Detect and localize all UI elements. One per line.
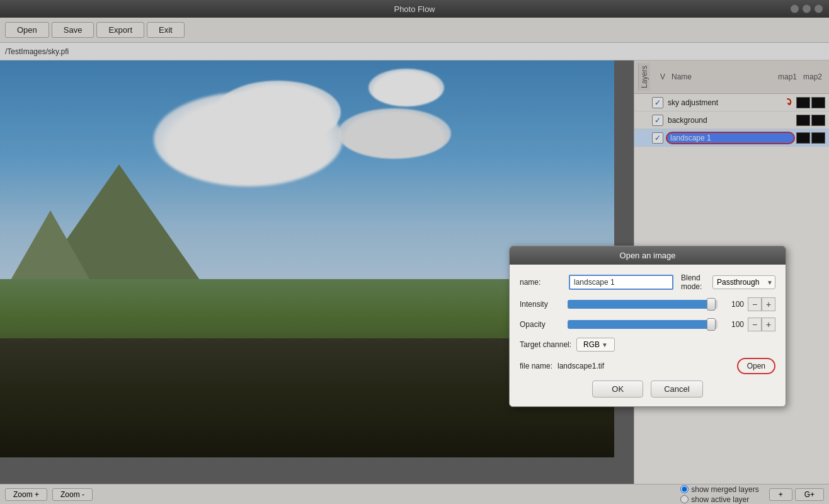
statusbar: Zoom + Zoom - show merged layers show ac… bbox=[0, 484, 829, 504]
intensity-label: Intensity bbox=[520, 300, 564, 309]
intensity-decrease-button[interactable]: − bbox=[748, 297, 762, 311]
cloud-3 bbox=[338, 108, 451, 159]
show-merged-radio[interactable] bbox=[680, 485, 689, 493]
layer-row[interactable]: background bbox=[634, 112, 829, 129]
file-path: /TestImages/sky.pfi bbox=[5, 47, 69, 56]
app-title: Photo Flow bbox=[394, 4, 435, 14]
layer-swatch-bg-map2 bbox=[811, 115, 825, 126]
view-mode-radio-group: show merged layers show active layer bbox=[680, 485, 758, 504]
intensity-row: Intensity 100 − + bbox=[520, 297, 775, 311]
opacity-stepper: − + bbox=[748, 318, 775, 331]
opacity-slider[interactable] bbox=[568, 320, 718, 329]
cloud-2 bbox=[215, 81, 341, 144]
open-image-dialog: Open an image name: Blend mode: Passthro… bbox=[509, 246, 786, 407]
zoom-minus-button[interactable]: Zoom - bbox=[52, 488, 93, 501]
layer-visibility-checkbox-sky[interactable] bbox=[652, 97, 663, 108]
cloud-4 bbox=[369, 69, 444, 106]
intensity-increase-button[interactable]: + bbox=[762, 297, 775, 311]
layer-swatch-sky-map2 bbox=[811, 97, 825, 108]
layer-visibility-checkbox-background[interactable] bbox=[652, 115, 663, 126]
file-open-button[interactable]: Open bbox=[737, 358, 775, 374]
pathbar: /TestImages/sky.pfi bbox=[0, 43, 829, 60]
col-header-map2: map2 bbox=[800, 72, 825, 81]
layer-row[interactable]: landscape 1 bbox=[634, 129, 829, 147]
dialog-name-row: name: Blend mode: Passthrough Normal Mul… bbox=[520, 273, 775, 291]
blend-mode-select-wrapper: Passthrough Normal Multiply Screen Overl… bbox=[712, 275, 775, 289]
maximize-button[interactable] bbox=[803, 5, 811, 13]
exit-button[interactable]: Exit bbox=[147, 22, 185, 38]
intensity-stepper: − + bbox=[748, 297, 775, 311]
dialog-cancel-button[interactable]: Cancel bbox=[651, 381, 702, 398]
target-channel-value: RGB bbox=[583, 340, 600, 349]
dialog-ok-button[interactable]: OK bbox=[592, 381, 643, 398]
open-button[interactable]: Open bbox=[5, 22, 49, 38]
titlebar: Photo Flow bbox=[0, 0, 829, 18]
window-controls bbox=[791, 5, 823, 13]
layer-swatch-landscape-map2 bbox=[811, 132, 825, 144]
save-button[interactable]: Save bbox=[52, 22, 94, 38]
show-active-label: show active layer bbox=[691, 495, 749, 504]
col-header-name: Name bbox=[672, 72, 775, 81]
status-right-buttons: + G+ bbox=[769, 488, 824, 501]
opacity-row: Opacity 100 − + bbox=[520, 318, 775, 331]
zoom-plus-button[interactable]: Zoom + bbox=[5, 488, 47, 501]
layer-name-landscape-1: landscape 1 bbox=[666, 132, 795, 144]
export-button[interactable]: Export bbox=[96, 22, 144, 38]
layer-swatch-bg-map1 bbox=[796, 115, 810, 126]
dialog-body: name: Blend mode: Passthrough Normal Mul… bbox=[510, 265, 786, 406]
opacity-slider-thumb[interactable] bbox=[707, 318, 716, 331]
minimize-button[interactable] bbox=[791, 5, 799, 13]
show-active-radio[interactable] bbox=[680, 495, 689, 503]
intensity-value: 100 bbox=[721, 300, 744, 309]
layer-visibility-checkbox-landscape[interactable] bbox=[652, 132, 663, 144]
intensity-slider-thumb[interactable] bbox=[707, 298, 716, 311]
name-input[interactable] bbox=[569, 275, 673, 290]
show-merged-option[interactable]: show merged layers bbox=[680, 485, 758, 494]
gplus-button[interactable]: G+ bbox=[795, 488, 824, 501]
blend-mode-label: Blend mode: bbox=[681, 273, 707, 291]
show-merged-label: show merged layers bbox=[691, 485, 758, 494]
add-button[interactable]: + bbox=[769, 488, 792, 501]
toolbar: Open Save Export Exit bbox=[0, 18, 829, 43]
intensity-slider[interactable] bbox=[568, 300, 718, 309]
opacity-decrease-button[interactable]: − bbox=[748, 318, 762, 331]
show-active-option[interactable]: show active layer bbox=[680, 495, 758, 504]
target-channel-button[interactable]: RGB ▼ bbox=[576, 338, 615, 352]
opacity-label: Opacity bbox=[520, 320, 564, 329]
layer-name-background: background bbox=[666, 115, 795, 125]
target-channel-arrow-icon: ▼ bbox=[602, 341, 608, 348]
file-name-value: landscape1.tif bbox=[557, 362, 732, 370]
opacity-increase-button[interactable]: + bbox=[762, 318, 775, 331]
dialog-actions: OK Cancel bbox=[520, 381, 775, 398]
blend-mode-select[interactable]: Passthrough Normal Multiply Screen Overl… bbox=[712, 275, 775, 289]
target-channel-row: Target channel: RGB ▼ bbox=[520, 338, 775, 352]
name-label: name: bbox=[520, 278, 564, 287]
layer-row[interactable]: sky adjustment bbox=[634, 94, 829, 112]
layers-header: Layers V Name map1 map2 bbox=[634, 60, 829, 94]
file-name-label: file name: bbox=[520, 362, 552, 370]
close-button[interactable] bbox=[815, 5, 823, 13]
layers-panel-title: Layers bbox=[638, 63, 650, 91]
opacity-value: 100 bbox=[721, 320, 744, 329]
file-name-row: file name: landscape1.tif Open bbox=[520, 358, 775, 374]
dialog-title: Open an image bbox=[510, 246, 786, 265]
col-header-map1: map1 bbox=[775, 72, 800, 81]
layer-arrow-icon bbox=[781, 96, 794, 109]
layer-name-sky-adjustment: sky adjustment bbox=[666, 98, 780, 108]
layer-swatch-sky-map1 bbox=[796, 97, 810, 108]
layer-swatch-landscape-map1 bbox=[796, 132, 810, 144]
col-header-v: V bbox=[654, 72, 672, 81]
target-channel-label: Target channel: bbox=[520, 340, 571, 349]
